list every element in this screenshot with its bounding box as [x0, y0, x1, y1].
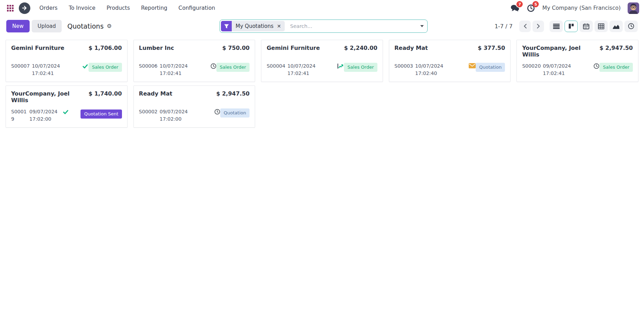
trend-icon[interactable]: [337, 63, 344, 69]
nav-item-products[interactable]: Products: [107, 5, 130, 11]
reference-datetime: S00006 10/07/2024 17:02:41: [139, 62, 207, 77]
search-input[interactable]: [290, 23, 420, 29]
filter-facet: My Quotations ✕: [221, 21, 285, 31]
status-badge: Sales Order: [344, 63, 377, 72]
quotation-card[interactable]: YourCompany, Joel Willis $ 1,740.00 S000…: [6, 85, 128, 128]
amount-total: $ 377.50: [478, 45, 505, 51]
amount-total: $ 2,947.50: [216, 90, 250, 97]
kanban-board: Gemini Furniture $ 1,706.00 S00007 10/07…: [0, 36, 644, 131]
card-footer: S00002 09/07/2024 17:02:00 Quotation: [139, 108, 250, 123]
check-icon[interactable]: [62, 109, 69, 115]
top-nav: OrdersTo InvoiceProductsReportingConfigu…: [0, 0, 644, 16]
user-avatar[interactable]: [628, 2, 639, 14]
sales-app-icon[interactable]: [19, 2, 30, 14]
clock-icon[interactable]: [214, 109, 220, 115]
messages-count-badge: 7: [516, 1, 523, 7]
card-header: Ready Mat $ 2,947.50: [139, 90, 250, 97]
order-reference: S00004: [267, 62, 285, 77]
upload-button[interactable]: Upload: [32, 20, 62, 32]
calendar-view-button[interactable]: [580, 21, 593, 32]
quotation-card[interactable]: Lumber Inc $ 750.00 S00006 10/07/2024 17…: [133, 40, 255, 82]
customer-name: Gemini Furniture: [267, 45, 320, 51]
search-bar[interactable]: My Quotations ✕: [220, 20, 428, 33]
card-header: YourCompany, Joel Willis $ 2,947.50: [522, 45, 633, 58]
view-switcher: [550, 21, 638, 32]
nav-item-reporting[interactable]: Reporting: [141, 5, 167, 11]
page-title-wrap: Quotations ⚙: [67, 22, 112, 30]
clock-icon[interactable]: [210, 63, 216, 69]
order-datetime: 10/07/2024 17:02:41: [160, 62, 207, 77]
list-view-button[interactable]: [550, 21, 563, 32]
new-button[interactable]: New: [6, 20, 30, 32]
nav-item-configuration[interactable]: Configuration: [178, 5, 215, 11]
kanban-view-button[interactable]: [565, 21, 578, 32]
graph-view-button[interactable]: [610, 21, 623, 32]
customer-name: Gemini Furniture: [11, 45, 64, 51]
quotation-card[interactable]: Gemini Furniture $ 2,240.00 S00004 10/07…: [261, 40, 383, 82]
filter-remove-icon[interactable]: ✕: [277, 24, 281, 29]
gear-icon[interactable]: ⚙: [107, 23, 112, 29]
card-header: YourCompany, Joel Willis $ 1,740.00: [11, 90, 122, 104]
quotation-card[interactable]: Ready Mat $ 2,947.50 S00002 09/07/2024 1…: [133, 85, 255, 128]
card-header: Lumber Inc $ 750.00: [139, 45, 250, 51]
status-badge: Quotation: [220, 108, 250, 118]
activities-clock-icon[interactable]: 5: [526, 3, 535, 13]
order-reference: S00003: [394, 62, 413, 77]
card-footer: S00004 10/07/2024 17:02:41 Sales Order: [267, 62, 377, 77]
nav-right: 7 5 My Company (San Francisco): [510, 2, 639, 14]
customer-name: Ready Mat: [394, 45, 428, 51]
clock-icon[interactable]: [593, 63, 599, 69]
reference-datetime: S00002 09/07/2024 17:02:00: [139, 108, 211, 123]
pager-previous-button[interactable]: [519, 21, 531, 32]
quotation-card[interactable]: Gemini Furniture $ 1,706.00 S00007 10/07…: [6, 40, 128, 82]
search-dropdown-caret-icon[interactable]: [420, 25, 424, 27]
pagination-info: 1-7 / 7: [495, 23, 513, 30]
amount-total: $ 2,240.00: [344, 45, 377, 51]
order-reference: S00020: [522, 62, 540, 77]
status-badge: Sales Order: [89, 63, 122, 72]
reference-datetime: S00004 10/07/2024 17:02:41: [267, 62, 334, 77]
amount-total: $ 1,706.00: [89, 45, 122, 51]
filter-facet-body: My Quotations ✕: [232, 21, 285, 31]
apps-grid-icon[interactable]: [5, 3, 15, 13]
card-header: Ready Mat $ 377.50: [394, 45, 505, 51]
filter-funnel-icon[interactable]: [221, 21, 232, 31]
card-footer: S00006 10/07/2024 17:02:41 Sales Order: [139, 62, 250, 77]
card-header: Gemini Furniture $ 1,706.00: [11, 45, 122, 51]
activities-count-badge: 5: [532, 1, 539, 7]
reference-datetime: S00003 10/07/2024 17:02:40: [394, 62, 466, 77]
quotation-card[interactable]: YourCompany, Joel Willis $ 2,947.50 S000…: [516, 40, 638, 82]
amount-total: $ 1,740.00: [89, 90, 122, 104]
status-badge: Quotation Sent: [80, 109, 122, 119]
reference-datetime: S00007 10/07/2024 17:02:41: [11, 62, 79, 77]
nav-item-to-invoice[interactable]: To Invoice: [69, 5, 95, 11]
company-name[interactable]: My Company (San Francisco): [542, 5, 621, 11]
messages-icon[interactable]: 7: [510, 3, 519, 13]
reference-datetime: S00019 09/07/2024 17:02:00: [11, 108, 59, 123]
order-datetime: 10/07/2024 17:02:41: [32, 62, 78, 77]
reference-datetime: S00020 09/07/2024 17:02:41: [522, 62, 590, 77]
card-footer: S00020 09/07/2024 17:02:41 Sales Order: [522, 62, 633, 77]
order-reference: S00006: [139, 62, 158, 77]
customer-name: YourCompany, Joel Willis: [11, 90, 85, 104]
card-footer: S00003 10/07/2024 17:02:40 Quotation: [394, 62, 505, 77]
envelope-icon[interactable]: [469, 63, 476, 68]
order-reference: S00019: [11, 108, 27, 123]
order-datetime: 09/07/2024 17:02:00: [29, 108, 59, 123]
card-footer: S00019 09/07/2024 17:02:00 Quotation Sen…: [11, 108, 122, 123]
pager-next-button[interactable]: [532, 21, 544, 32]
quotation-card[interactable]: Ready Mat $ 377.50 S00003 10/07/2024 17:…: [389, 40, 511, 82]
control-panel-right: 1-7 / 7: [495, 21, 638, 32]
customer-name: Ready Mat: [139, 90, 172, 97]
nav-item-orders[interactable]: Orders: [39, 5, 58, 11]
card-header: Gemini Furniture $ 2,240.00: [267, 45, 377, 51]
card-footer: S00007 10/07/2024 17:02:41 Sales Order: [11, 62, 122, 77]
status-badge: Quotation: [476, 63, 505, 72]
activity-view-button[interactable]: [624, 21, 638, 32]
pivot-view-button[interactable]: [595, 21, 608, 32]
order-datetime: 09/07/2024 17:02:00: [160, 108, 211, 123]
page-title: Quotations: [67, 22, 104, 30]
order-datetime: 10/07/2024 17:02:41: [288, 62, 334, 77]
amount-total: $ 2,947.50: [599, 45, 633, 58]
check-icon[interactable]: [82, 63, 89, 69]
